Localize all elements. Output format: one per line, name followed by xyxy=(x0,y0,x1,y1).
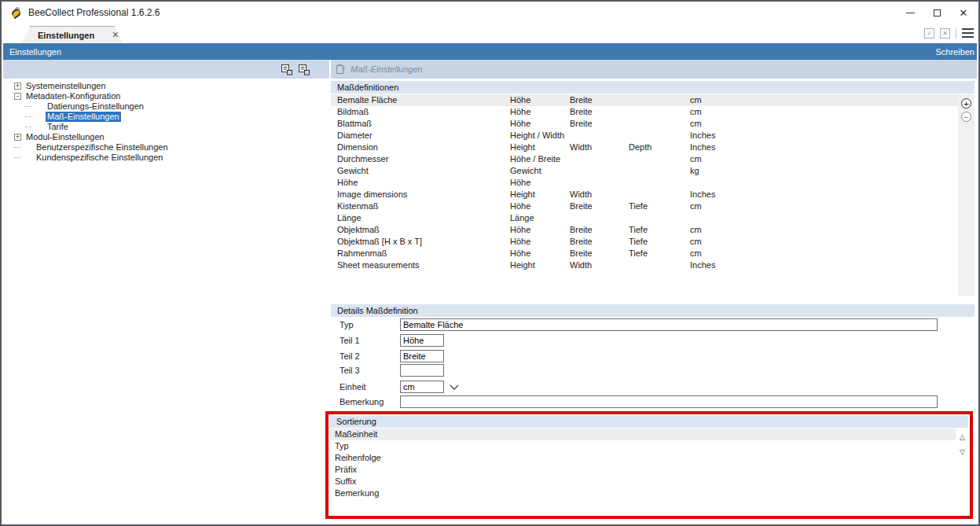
cell-part2: Breite xyxy=(570,236,629,248)
cell-part1: Höhe xyxy=(510,248,570,259)
cell-name: Länge xyxy=(331,212,510,224)
table-row[interactable]: Gewicht Gewicht kg xyxy=(331,165,958,177)
table-row[interactable]: Kistenmaß Höhe Breite Tiefe cm xyxy=(331,200,958,212)
cell-name: Sheet measurements xyxy=(331,259,510,271)
expand-all-icon[interactable] xyxy=(281,64,293,75)
sorting-list-item[interactable]: Maßeinheit xyxy=(330,429,956,440)
move-up-icon[interactable]: △ xyxy=(960,433,965,441)
tree-expander-icon[interactable]: - xyxy=(14,93,21,100)
tree-item[interactable]: Benutzerspezifische Einstellungen xyxy=(8,142,329,153)
cell-part2 xyxy=(570,212,629,224)
tree-item-label[interactable]: Benutzerspezifische Einstellungen xyxy=(35,142,170,153)
bemerkung-field[interactable] xyxy=(400,395,938,408)
cell-part3: Tiefe xyxy=(629,200,690,212)
table-row[interactable]: Objektmaß [H x B x T] Höhe Breite Tiefe … xyxy=(331,236,958,248)
table-row[interactable]: Rahmenmaß Höhe Breite Tiefe cm xyxy=(331,248,958,259)
table-row[interactable]: Durchmesser Höhe / Breite cm xyxy=(331,153,958,165)
table-row[interactable]: Diameter Height / Width Inches xyxy=(331,130,958,142)
remove-row-button[interactable]: − xyxy=(961,112,971,122)
cell-part1: Höhe / Breite xyxy=(510,153,570,165)
table-row[interactable]: Länge Länge xyxy=(331,212,958,224)
teil1-field[interactable] xyxy=(400,334,444,347)
teil3-field[interactable] xyxy=(400,364,444,377)
cell-name: Gewicht xyxy=(331,165,510,177)
cell-unit: kg xyxy=(690,165,958,177)
typ-field[interactable] xyxy=(400,318,938,331)
close-button[interactable]: ✕ xyxy=(950,2,977,24)
table-row[interactable]: Sheet measurements Height Width Inches xyxy=(331,259,958,271)
tree-item[interactable]: + Systemeinstellungen xyxy=(8,81,329,91)
window-title: BeeCollect Professional 1.6.2.6 xyxy=(28,7,160,18)
teil2-field[interactable] xyxy=(400,350,444,362)
tree-expander-icon[interactable]: + xyxy=(14,134,21,141)
cell-unit: cm xyxy=(690,106,958,118)
schreiben-mode-label[interactable]: Schreiben xyxy=(935,47,974,57)
cell-unit: Inches xyxy=(690,130,958,142)
cell-part2 xyxy=(570,130,629,142)
table-row[interactable]: Bildmaß Höhe Breite cm xyxy=(331,106,958,118)
add-row-button[interactable]: + xyxy=(961,98,971,109)
tree-item-label[interactable]: Kundenspezifische Einstellungen xyxy=(35,153,164,163)
cell-part1: Höhe xyxy=(510,236,570,248)
tree-item[interactable]: - Metadaten-Konfiguration xyxy=(8,91,329,101)
collapse-all-icon[interactable] xyxy=(298,64,310,75)
bee-app-icon xyxy=(10,7,22,19)
command-bar-title: Einstellungen xyxy=(9,47,61,57)
tree-item[interactable]: Maß-Einstellungen xyxy=(8,112,329,122)
cell-part1: Höhe xyxy=(510,177,570,189)
table-row[interactable]: Bemalte Fläche Höhe Breite cm xyxy=(331,94,958,106)
cell-name: Dimension xyxy=(331,142,510,153)
maximize-button[interactable] xyxy=(923,2,950,24)
tree-item[interactable]: Tarife xyxy=(8,122,329,132)
tree-toolbar xyxy=(3,60,329,79)
definitions-table: Bemalte Fläche Höhe Breite cm Bildmaß Hö… xyxy=(331,94,958,271)
cell-unit: cm xyxy=(690,236,958,248)
tree-item[interactable]: Kundenspezifische Einstellungen xyxy=(8,153,329,163)
tree-item-label[interactable]: Metadaten-Konfiguration xyxy=(24,91,122,101)
cell-part3 xyxy=(629,165,690,177)
panel-title: Maß-Einstellungen xyxy=(351,64,423,74)
table-row[interactable]: Dimension Height Width Depth Inches xyxy=(331,142,958,153)
sorting-list-item[interactable]: Präfix xyxy=(330,464,956,476)
tree-item-label[interactable]: Maß-Einstellungen xyxy=(46,112,121,122)
command-bar: Einstellungen Schreiben xyxy=(3,43,977,60)
cell-part2: Breite xyxy=(570,106,629,118)
table-row[interactable]: Blattmaß Höhe Breite cm xyxy=(331,118,958,130)
sorting-list-item[interactable]: Typ xyxy=(330,440,956,452)
tree-expander-icon[interactable]: + xyxy=(14,83,21,90)
sorting-list-item[interactable]: Reihenfolge xyxy=(330,452,956,464)
cell-name: Diameter xyxy=(331,130,510,142)
einheit-field[interactable] xyxy=(400,381,444,393)
cell-part3 xyxy=(629,212,690,224)
cell-part3 xyxy=(629,259,690,271)
menu-icon[interactable] xyxy=(962,28,974,38)
sorting-list-item[interactable]: Bemerkung xyxy=(330,487,956,499)
tree-item[interactable]: + Modul-Einstellungen xyxy=(8,132,329,142)
sorting-list-item[interactable]: Suffix xyxy=(330,476,956,487)
tab-einstellungen[interactable]: Einstellungen ✕ xyxy=(22,26,123,43)
tab-close-icon[interactable]: ✕ xyxy=(112,30,119,40)
move-down-icon[interactable]: ▽ xyxy=(960,448,965,456)
table-row[interactable]: Höhe Höhe xyxy=(331,177,958,189)
cell-part2 xyxy=(570,165,629,177)
cell-name: Durchmesser xyxy=(331,153,510,165)
tree-item-label[interactable]: Modul-Einstellungen xyxy=(24,132,106,142)
tree-item-label[interactable]: Tarife xyxy=(46,122,70,132)
table-row[interactable]: Objektmaß Höhe Breite Tiefe cm xyxy=(331,224,958,236)
check-box-icon[interactable]: ✓ xyxy=(924,28,934,39)
minimize-button[interactable] xyxy=(897,2,923,24)
cell-part1: Height xyxy=(510,142,570,153)
app-window: BeeCollect Professional 1.6.2.6 ✕ Einste… xyxy=(0,0,980,526)
cell-part1: Height / Width xyxy=(510,130,570,142)
table-row[interactable]: Image dimensions Height Width Inches xyxy=(331,189,958,200)
tree-item[interactable]: Datierungs-Einstellungen xyxy=(8,101,329,112)
cross-box-icon[interactable]: ✕ xyxy=(940,28,950,39)
cell-part1: Height xyxy=(510,189,570,200)
einheit-dropdown-icon[interactable] xyxy=(449,381,460,392)
tree-item-label[interactable]: Systemeinstellungen xyxy=(24,81,108,91)
cell-unit: Inches xyxy=(690,259,958,271)
sorting-arrows: △ ▽ xyxy=(960,433,965,456)
definitions-section-header: Maßdefinitionen xyxy=(331,81,974,94)
cell-name: Blattmaß xyxy=(331,118,510,130)
tree-item-label[interactable]: Datierungs-Einstellungen xyxy=(46,101,145,112)
